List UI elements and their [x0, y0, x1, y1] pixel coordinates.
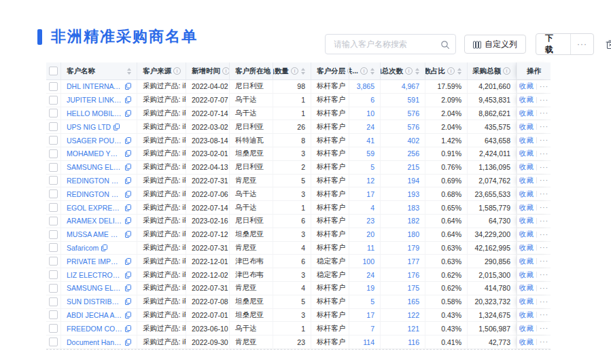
favorite-button[interactable]: 收藏: [519, 203, 534, 213]
purchase-times-link[interactable]: 193: [381, 187, 425, 200]
sort-icon[interactable]: [370, 68, 374, 75]
row-checkbox[interactable]: [49, 257, 58, 266]
copy-icon[interactable]: [125, 272, 131, 278]
favorite-button[interactable]: 收藏: [519, 230, 534, 239]
customer-name-link[interactable]: Safaricom: [67, 244, 99, 252]
download-button[interactable]: 下载: [536, 34, 570, 54]
copy-icon[interactable]: [125, 83, 131, 90]
suppliers-count-link[interactable]: 17: [349, 309, 381, 322]
row-checkbox[interactable]: [49, 324, 58, 333]
purchase-times-link[interactable]: 576: [381, 120, 425, 133]
row-more-button[interactable]: ···: [540, 217, 548, 225]
row-more-button[interactable]: ···: [540, 136, 548, 144]
customer-name-link[interactable]: ABDI JECHA AMEIR ...: [67, 311, 122, 319]
purchase-times-link[interactable]: 175: [381, 282, 425, 295]
row-checkbox[interactable]: [49, 189, 58, 198]
suppliers-count-link[interactable]: 114: [349, 335, 381, 348]
favorite-button[interactable]: 收藏: [519, 136, 534, 145]
copy-icon[interactable]: [125, 150, 131, 157]
download-more-button[interactable]: ···: [570, 34, 593, 54]
row-checkbox[interactable]: [49, 217, 58, 225]
row-checkbox[interactable]: [49, 284, 58, 293]
favorite-button[interactable]: 收藏: [519, 95, 534, 105]
copy-icon[interactable]: [125, 204, 131, 211]
row-checkbox[interactable]: [49, 230, 58, 239]
favorite-button[interactable]: 收藏: [519, 324, 534, 333]
row-more-button[interactable]: ···: [540, 338, 548, 346]
suppliers-count-link[interactable]: 24: [349, 268, 381, 281]
row-more-button[interactable]: ···: [540, 298, 548, 306]
copy-icon[interactable]: [125, 231, 131, 238]
copy-icon[interactable]: [125, 258, 131, 265]
suppliers-count-link[interactable]: 59: [349, 147, 381, 160]
purchase-times-link[interactable]: 179: [381, 242, 425, 255]
copy-icon[interactable]: [125, 191, 131, 198]
row-checkbox[interactable]: [49, 297, 58, 306]
favorite-button[interactable]: 收藏: [519, 189, 534, 199]
row-checkbox[interactable]: [49, 203, 58, 212]
copy-icon[interactable]: [125, 177, 131, 184]
favorite-button[interactable]: 收藏: [519, 270, 534, 280]
favorite-button[interactable]: 收藏: [519, 162, 534, 172]
row-checkbox[interactable]: [49, 109, 58, 117]
row-more-button[interactable]: ···: [540, 83, 548, 90]
info-icon[interactable]: [222, 67, 230, 75]
suppliers-count-link[interactable]: 5: [349, 161, 381, 174]
customer-name-link[interactable]: PRIVATE IMPORT/E...: [67, 257, 122, 266]
copy-icon[interactable]: [125, 339, 131, 346]
copy-icon[interactable]: [125, 137, 131, 144]
suppliers-count-link[interactable]: 24: [349, 120, 381, 133]
customer-search-input[interactable]: [332, 39, 440, 50]
copy-icon[interactable]: [125, 285, 131, 291]
row-more-button[interactable]: ···: [540, 244, 548, 251]
suppliers-count-link[interactable]: 17: [349, 187, 381, 200]
favorite-button[interactable]: 收藏: [519, 297, 534, 306]
copy-icon[interactable]: [101, 244, 107, 251]
customer-name-link[interactable]: USAGER POUR DÉC...: [67, 136, 122, 145]
row-more-button[interactable]: ···: [540, 231, 548, 238]
row-more-button[interactable]: ···: [540, 123, 548, 130]
purchase-times-link[interactable]: 4,967: [381, 80, 425, 93]
suppliers-count-link[interactable]: 6: [349, 94, 381, 107]
purchase-times-link[interactable]: 177: [381, 255, 425, 268]
sort-icon[interactable]: [127, 68, 131, 75]
customer-name-link[interactable]: UPS NIG LTD: [67, 123, 111, 131]
favorite-button[interactable]: 收藏: [519, 81, 534, 91]
favorite-button[interactable]: 收藏: [519, 243, 534, 253]
purchase-times-link[interactable]: 215: [381, 161, 425, 174]
customer-name-link[interactable]: Document Handling ...: [67, 338, 122, 346]
row-checkbox[interactable]: [49, 82, 58, 91]
info-icon[interactable]: [173, 67, 181, 75]
suppliers-count-link[interactable]: 4: [349, 201, 381, 214]
row-more-button[interactable]: ···: [540, 325, 548, 332]
purchase-times-link[interactable]: 183: [381, 201, 425, 214]
customer-name-link[interactable]: SAMSUNG ELECTR...: [67, 284, 122, 292]
customer-name-link[interactable]: JUPITER LINK LIMIT...: [67, 96, 122, 104]
row-checkbox[interactable]: [49, 163, 58, 172]
row-checkbox[interactable]: [49, 122, 58, 131]
customer-name-link[interactable]: SUN DISTRIBUTION ...: [67, 297, 122, 306]
customer-name-link[interactable]: REDINGTON UGAND...: [67, 190, 122, 198]
row-more-button[interactable]: ···: [540, 257, 548, 265]
copy-icon[interactable]: [125, 312, 131, 318]
row-more-button[interactable]: ···: [540, 164, 548, 171]
suppliers-count-link[interactable]: 12: [349, 175, 381, 187]
customer-name-link[interactable]: HELLO MOBILE PH...: [67, 109, 122, 117]
row-checkbox[interactable]: [49, 176, 58, 185]
favorite-button[interactable]: 收藏: [519, 257, 534, 266]
sort-icon[interactable]: [415, 68, 419, 75]
purchase-times-link[interactable]: 576: [381, 107, 425, 120]
suppliers-count-link[interactable]: 41: [349, 134, 381, 147]
copy-icon[interactable]: [125, 164, 131, 170]
info-icon[interactable]: [291, 67, 298, 75]
purchase-times-link[interactable]: 176: [381, 268, 425, 281]
customer-name-link[interactable]: MUSSA AME MUSS...: [67, 230, 122, 238]
row-more-button[interactable]: ···: [540, 271, 548, 278]
customer-name-link[interactable]: DHL INTERNATIONA...: [67, 82, 122, 90]
sort-icon[interactable]: [457, 68, 461, 75]
purchase-times-link[interactable]: 121: [381, 322, 425, 335]
info-icon[interactable]: [447, 67, 455, 75]
row-more-button[interactable]: ···: [540, 150, 548, 158]
suppliers-count-link[interactable]: 3,865: [349, 80, 381, 93]
suppliers-count-link[interactable]: 23: [349, 215, 381, 228]
